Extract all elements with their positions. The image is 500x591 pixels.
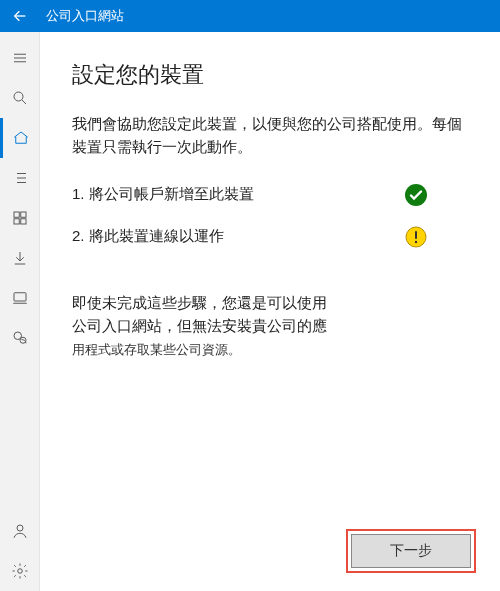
step-label: 2. 將此裝置連線以運作: [72, 227, 384, 246]
footer: 下一步: [346, 529, 476, 573]
steps-list: 1. 將公司帳戶新增至此裝置 2. 將此裝置連線以運作: [72, 183, 468, 267]
svg-rect-5: [14, 293, 26, 301]
button-highlight: 下一步: [346, 529, 476, 573]
sidebar-menu[interactable]: [0, 38, 40, 78]
download-icon: [11, 249, 29, 267]
list-icon: [11, 169, 29, 187]
chat-icon: [11, 329, 29, 347]
sidebar-settings[interactable]: [0, 551, 40, 591]
svg-point-13: [415, 240, 417, 242]
app-title: 公司入口網站: [40, 7, 124, 25]
svg-point-9: [17, 569, 22, 574]
status-warning-icon: [404, 225, 428, 249]
hamburger-icon: [11, 49, 29, 67]
back-button[interactable]: [0, 8, 40, 24]
status-done-icon: [404, 183, 428, 207]
svg-point-8: [17, 525, 23, 531]
svg-rect-4: [20, 219, 25, 224]
step-item: 2. 將此裝置連線以運作: [72, 225, 468, 249]
title-bar: 公司入口網站: [0, 0, 500, 32]
sidebar-chat[interactable]: [0, 318, 40, 358]
intro-text: 我們會協助您設定此裝置，以便與您的公司搭配使用。每個裝置只需執行一次此動作。: [72, 112, 468, 159]
svg-point-0: [14, 92, 23, 101]
grid-icon: [11, 209, 29, 227]
sidebar: [0, 32, 40, 591]
svg-rect-12: [415, 231, 417, 239]
note-text: 即使未完成這些步驟，您還是可以使用 公司入口網站，但無法安裝貴公司的應 用程式或…: [72, 291, 468, 361]
sidebar-grid[interactable]: [0, 198, 40, 238]
page-heading: 設定您的裝置: [72, 60, 468, 90]
svg-rect-2: [20, 212, 25, 217]
step-label: 1. 將公司帳戶新增至此裝置: [72, 185, 384, 204]
svg-point-7: [20, 337, 26, 343]
sidebar-device[interactable]: [0, 278, 40, 318]
sidebar-search[interactable]: [0, 78, 40, 118]
settings-icon: [11, 562, 29, 580]
sidebar-home[interactable]: [0, 118, 40, 158]
search-icon: [11, 89, 29, 107]
home-icon: [12, 129, 30, 147]
step-item: 1. 將公司帳戶新增至此裝置: [72, 183, 468, 207]
sidebar-download[interactable]: [0, 238, 40, 278]
back-arrow-icon: [12, 8, 28, 24]
next-button[interactable]: 下一步: [351, 534, 471, 568]
main-content: 設定您的裝置 我們會協助您設定此裝置，以便與您的公司搭配使用。每個裝置只需執行一…: [40, 32, 500, 591]
svg-rect-3: [14, 219, 19, 224]
note-line: 用程式或存取某些公司資源。: [72, 343, 241, 357]
device-icon: [11, 289, 29, 307]
note-line: 即使未完成這些步驟，您還是可以使用: [72, 294, 327, 311]
svg-rect-1: [14, 212, 19, 217]
sidebar-user[interactable]: [0, 511, 40, 551]
sidebar-list[interactable]: [0, 158, 40, 198]
note-line: 公司入口網站，但無法安裝貴公司的應: [72, 317, 327, 334]
user-icon: [11, 522, 29, 540]
